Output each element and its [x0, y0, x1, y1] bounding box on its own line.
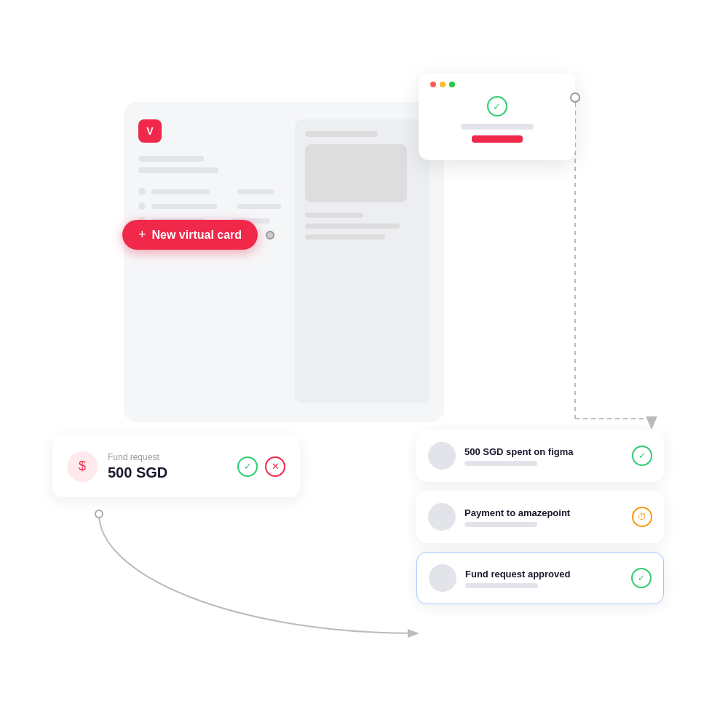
browser-skeleton-button [472, 135, 523, 143]
skeleton-bar [305, 234, 385, 240]
skeleton-bar [237, 189, 274, 194]
skeleton-bar [305, 223, 400, 229]
skeleton-bar [237, 204, 281, 209]
fund-reject-button[interactable]: ✕ [265, 456, 285, 477]
skeleton-bar [305, 213, 363, 218]
browser-dot-yellow [440, 82, 446, 87]
app-logo-text: V [146, 125, 153, 137]
browser-check-icon: ✓ [487, 96, 507, 116]
skeleton-dot [138, 188, 146, 195]
skeleton-bar [151, 204, 217, 209]
notif-card-fund-approved: Fund request approved ✓ [416, 552, 664, 604]
fund-icon-circle: $ [67, 451, 98, 482]
right-panel-skeleton [295, 119, 430, 403]
notif-title-amazepoint: Payment to amazepoint [464, 507, 623, 518]
fund-request-label: Fund request [108, 452, 227, 462]
plus-icon: + [138, 227, 146, 242]
browser-dot-red [430, 82, 436, 87]
new-card-button-label: New virtual card [152, 229, 242, 242]
fund-request-amount: 500 SGD [108, 464, 227, 481]
notif-title-figma: 500 SGD spent on figma [464, 446, 623, 457]
button-connector-dot [266, 231, 274, 240]
skeleton-dot [138, 202, 146, 210]
connector-node-bottom [95, 510, 103, 518]
skeleton-bar [138, 156, 204, 162]
dollar-icon: $ [79, 459, 86, 474]
browser-modal: ✓ [419, 73, 575, 160]
scene: V [0, 0, 728, 728]
browser-skeleton-text [461, 124, 534, 130]
check-icon: ✓ [493, 101, 501, 112]
notif-status-check-fund-approved: ✓ [631, 568, 652, 588]
fund-request-card: $ Fund request 500 SGD ✓ ✕ [52, 435, 300, 497]
notif-status-clock-amazepoint: ⏱ [632, 507, 652, 527]
skeleton-bar [305, 131, 378, 137]
fund-actions: ✓ ✕ [237, 456, 285, 477]
notif-card-amazepoint: Payment to amazepoint ⏱ [416, 491, 664, 543]
notif-status-check-figma: ✓ [632, 446, 652, 466]
skeleton-bar [305, 144, 407, 202]
notif-title-fund-approved: Fund request approved [465, 569, 622, 579]
notification-cards: 500 SGD spent on figma ✓ Payment to amaz… [416, 430, 664, 604]
notif-avatar-amazepoint [428, 503, 456, 531]
svg-marker-5 [647, 419, 656, 430]
notif-sub-figma [464, 461, 537, 466]
browser-dots [430, 82, 563, 87]
connector-node-top [570, 92, 580, 103]
notif-content-amazepoint: Payment to amazepoint [464, 507, 623, 527]
fund-approve-button[interactable]: ✓ [237, 456, 258, 477]
notif-avatar-figma [428, 442, 456, 470]
notif-avatar-fund-approved [429, 564, 456, 592]
notif-content-figma: 500 SGD spent on figma [464, 446, 623, 466]
app-logo: V [138, 119, 162, 143]
main-app-card: V [124, 102, 444, 422]
skeleton-bar [138, 167, 218, 173]
notif-sub-amazepoint [464, 522, 537, 527]
notif-sub-fund-approved [465, 583, 538, 588]
new-virtual-card-button[interactable]: + New virtual card [122, 220, 258, 250]
fund-info: Fund request 500 SGD [108, 452, 227, 481]
notif-content-fund-approved: Fund request approved [465, 569, 622, 588]
browser-dot-green [449, 82, 455, 87]
skeleton-bar [151, 189, 210, 194]
notif-card-figma: 500 SGD spent on figma ✓ [416, 430, 664, 482]
